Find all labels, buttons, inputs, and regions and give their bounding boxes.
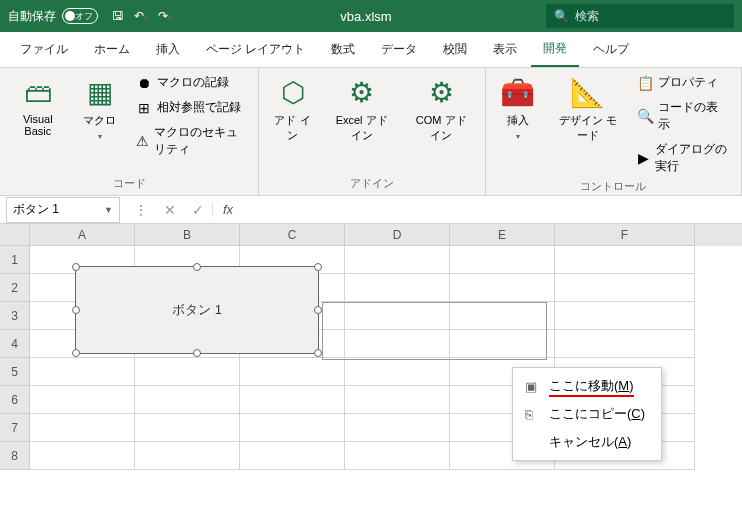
formula-expand-icon[interactable]: ⋮ — [126, 202, 156, 218]
resize-handle[interactable] — [314, 263, 322, 271]
cell-F2[interactable] — [555, 274, 695, 302]
デザイン-モード-button[interactable]: 📐デザイン モード — [550, 72, 626, 147]
ダイアログの実行-button[interactable]: ▶ダイアログの実行 — [633, 139, 733, 177]
formula-bar: ボタン 1 ▼ ⋮ ✕ ✓ fx — [0, 196, 742, 224]
tab-データ[interactable]: データ — [369, 33, 429, 66]
cell-E2[interactable] — [450, 274, 555, 302]
プロパティ-button[interactable]: 📋プロパティ — [633, 72, 733, 93]
row-header-7[interactable]: 7 — [0, 414, 30, 442]
tab-挿入[interactable]: 挿入 — [144, 33, 192, 66]
row-header-8[interactable]: 8 — [0, 442, 30, 470]
cell-D1[interactable] — [345, 246, 450, 274]
row-header-2[interactable]: 2 — [0, 274, 30, 302]
resize-handle[interactable] — [193, 263, 201, 271]
cell-E1[interactable] — [450, 246, 555, 274]
resize-handle[interactable] — [72, 263, 80, 271]
visual-basic-button[interactable]: 🗃Visual Basic — [8, 72, 68, 141]
button-label: マクロ — [83, 113, 116, 128]
cell-F4[interactable] — [555, 330, 695, 358]
column-header-E[interactable]: E — [450, 224, 555, 246]
copy-icon: ⎘ — [525, 407, 541, 422]
column-header-C[interactable]: C — [240, 224, 345, 246]
tab-数式[interactable]: 数式 — [319, 33, 367, 66]
column-headers: ABCDEF — [0, 224, 742, 246]
save-icon[interactable]: 🖫 — [112, 9, 124, 23]
tab-ページ レイアウト[interactable]: ページ レイアウト — [194, 33, 317, 66]
column-header-D[interactable]: D — [345, 224, 450, 246]
worksheet[interactable]: ABCDEF 12345678 ボタン 1 ▣ここに移動(M)⎘ここにコピー(C… — [0, 224, 742, 470]
row-header-4[interactable]: 4 — [0, 330, 30, 358]
cell-D5[interactable] — [345, 358, 450, 386]
cell-A5[interactable] — [30, 358, 135, 386]
toggle-switch[interactable]: オフ — [62, 8, 98, 24]
resize-handle[interactable] — [72, 306, 80, 314]
design-icon: 📐 — [570, 76, 605, 109]
cell-D8[interactable] — [345, 442, 450, 470]
search-box[interactable]: 🔍 検索 — [546, 4, 734, 28]
マクロ-button[interactable]: ▦マクロ▾ — [76, 72, 124, 145]
cell-B7[interactable] — [135, 414, 240, 442]
warn-icon: ⚠ — [136, 133, 149, 149]
row-header-3[interactable]: 3 — [0, 302, 30, 330]
menu-item-label: ここにコピー(C) — [549, 405, 645, 423]
cell-D6[interactable] — [345, 386, 450, 414]
tab-ホーム[interactable]: ホーム — [82, 33, 142, 66]
cell-D2[interactable] — [345, 274, 450, 302]
cell-A7[interactable] — [30, 414, 135, 442]
code-icon: 🔍 — [637, 108, 653, 124]
cell-C8[interactable] — [240, 442, 345, 470]
row-header-1[interactable]: 1 — [0, 246, 30, 274]
button-label: Excel アドイン — [332, 113, 392, 143]
挿入-button[interactable]: 🧰挿入▾ — [494, 72, 542, 145]
tab-校閲[interactable]: 校閲 — [431, 33, 479, 66]
cell-B5[interactable] — [135, 358, 240, 386]
cancel-icon[interactable]: ✕ — [156, 202, 184, 218]
rel-icon: ⊞ — [136, 100, 152, 116]
menu-item-ここに移動[interactable]: ▣ここに移動(M) — [513, 372, 661, 400]
cell-A8[interactable] — [30, 442, 135, 470]
undo-icon[interactable]: ↶▾ — [134, 9, 148, 23]
tab-ファイル[interactable]: ファイル — [8, 33, 80, 66]
相対参照で記録-button[interactable]: ⊞相対参照で記録 — [132, 97, 251, 118]
column-header-B[interactable]: B — [135, 224, 240, 246]
menu-item-キャンセル[interactable]: キャンセル(A) — [513, 428, 661, 456]
excel-アドイン-button[interactable]: ⚙Excel アドイン — [326, 72, 398, 147]
cell-F1[interactable] — [555, 246, 695, 274]
column-header-F[interactable]: F — [555, 224, 695, 246]
gear-icon: ⚙ — [349, 76, 374, 109]
autosave-toggle[interactable]: 自動保存 オフ — [8, 8, 98, 25]
マクロのセキュリティ-button[interactable]: ⚠マクロのセキュリティ — [132, 122, 251, 160]
button-label: Visual Basic — [14, 113, 62, 137]
cell-A6[interactable] — [30, 386, 135, 414]
column-header-A[interactable]: A — [30, 224, 135, 246]
tab-開発[interactable]: 開発 — [531, 32, 579, 67]
cell-C6[interactable] — [240, 386, 345, 414]
resize-handle[interactable] — [314, 349, 322, 357]
row-header-5[interactable]: 5 — [0, 358, 30, 386]
resize-handle[interactable] — [314, 306, 322, 314]
redo-icon[interactable]: ↷▾ — [158, 9, 172, 23]
row-header-6[interactable]: 6 — [0, 386, 30, 414]
cell-C5[interactable] — [240, 358, 345, 386]
small-button-label: 相対参照で記録 — [157, 99, 241, 116]
name-box[interactable]: ボタン 1 ▼ — [6, 197, 120, 223]
chevron-down-icon[interactable]: ▼ — [104, 205, 113, 215]
confirm-icon[interactable]: ✓ — [184, 202, 212, 218]
resize-handle[interactable] — [72, 349, 80, 357]
cell-B6[interactable] — [135, 386, 240, 414]
アド-イン-button[interactable]: ⬡アド イン — [267, 72, 317, 147]
cell-F3[interactable] — [555, 302, 695, 330]
cell-B8[interactable] — [135, 442, 240, 470]
cell-D7[interactable] — [345, 414, 450, 442]
menu-item-ここにコピー[interactable]: ⎘ここにコピー(C) — [513, 400, 661, 428]
cell-C7[interactable] — [240, 414, 345, 442]
tab-表示[interactable]: 表示 — [481, 33, 529, 66]
resize-handle[interactable] — [193, 349, 201, 357]
select-all-corner[interactable] — [0, 224, 30, 246]
com-アドイン-button[interactable]: ⚙COM アドイン — [406, 72, 477, 147]
tab-ヘルプ[interactable]: ヘルプ — [581, 33, 641, 66]
fx-icon[interactable]: fx — [212, 202, 243, 217]
コードの表示-button[interactable]: 🔍コードの表示 — [633, 97, 733, 135]
マクロの記録-button[interactable]: ⏺マクロの記録 — [132, 72, 251, 93]
button-shape[interactable]: ボタン 1 — [75, 266, 319, 354]
